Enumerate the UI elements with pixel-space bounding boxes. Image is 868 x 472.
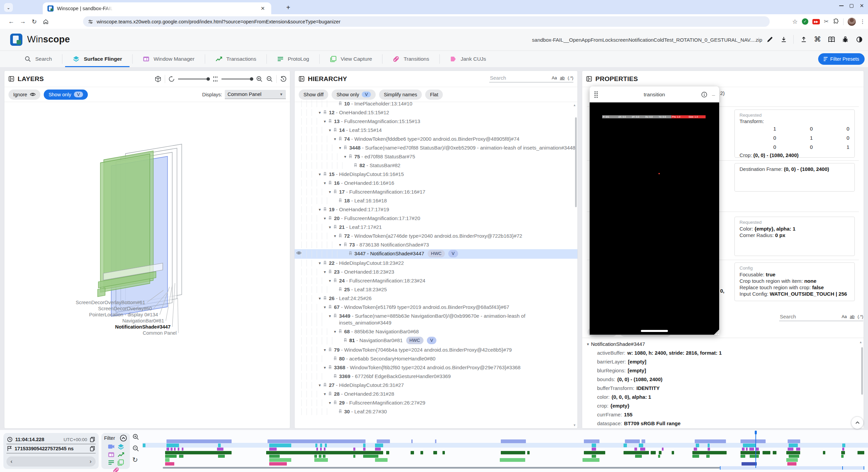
transactions-track-segment[interactable] — [651, 451, 656, 454]
expand-arrow-icon[interactable]: ▾ — [322, 347, 328, 353]
window-manager-track-segment[interactable] — [746, 448, 748, 451]
surface-flinger-track-segment[interactable] — [315, 444, 317, 447]
pin-icon[interactable] — [333, 127, 339, 132]
copy-icon[interactable] — [90, 437, 95, 442]
expand-arrow-icon[interactable]: ▾ — [322, 304, 328, 311]
screen-recording-track-segment[interactable] — [501, 439, 526, 443]
tree-row-13[interactable]: ▾13 - FullscreenMagnification:15:15#13 — [295, 117, 577, 126]
protolog-track-segment[interactable] — [706, 455, 710, 458]
collapse-filter-icon[interactable] — [120, 434, 127, 442]
tree-row-12[interactable]: ▾12 - OneHanded:15:15#12 — [295, 108, 577, 117]
expand-arrow-icon[interactable]: ▾ — [322, 118, 328, 125]
transactions-track-segment[interactable] — [841, 451, 845, 454]
pin-icon[interactable] — [333, 189, 339, 194]
window-manager-track-segment[interactable] — [182, 448, 183, 451]
window-manager-track-segment[interactable] — [316, 448, 318, 451]
expand-arrow-icon[interactable]: ▾ — [327, 127, 333, 134]
surface-flinger-track-segment[interactable] — [696, 444, 699, 447]
surface-flinger-track-segment[interactable] — [708, 444, 710, 447]
window-manager-track-segment[interactable] — [217, 448, 223, 451]
tree-row-19[interactable]: ▾19 - OneHanded:17:17#19 — [295, 205, 577, 214]
pin-icon[interactable] — [338, 100, 344, 106]
scroll-up-icon[interactable]: ▲ — [859, 340, 862, 344]
protolog-track-segment[interactable] — [323, 455, 326, 458]
pin-icon[interactable] — [338, 197, 344, 203]
transition-popup[interactable]: transition _ P: 0/1dX: 0.0dY: 0.0Xv: 0.0… — [590, 86, 719, 335]
tree-row-25[interactable]: 25 - Leaf:18:23#25 — [295, 285, 577, 294]
pin-icon[interactable] — [323, 171, 329, 176]
pin-icon[interactable] — [338, 408, 344, 414]
window-manager-track-segment[interactable] — [269, 448, 277, 451]
properties-root-row[interactable]: ▾NotificationShade#3447 — [582, 338, 864, 349]
view-capture-track-segment[interactable] — [375, 458, 388, 462]
tab-protolog[interactable]: ProtoLog — [267, 51, 319, 67]
new-tab-button[interactable]: + — [283, 3, 293, 12]
protolog-track-segment[interactable] — [592, 455, 596, 458]
window-filter-icon[interactable] — [108, 451, 114, 457]
forward-icon[interactable]: → — [17, 16, 28, 27]
pin-icon[interactable] — [338, 233, 344, 238]
tree-row-14[interactable]: ▾14 - Leaf:15:15#14 — [295, 126, 577, 135]
tree-row-28[interactable]: ▾28 - OneHanded:26:31#28 — [295, 390, 577, 398]
timeline-canvas[interactable] — [0, 430, 868, 472]
pin-icon[interactable] — [333, 313, 339, 318]
surface-flinger-track-segment[interactable] — [325, 444, 327, 447]
window-manager-track-segment[interactable] — [320, 448, 322, 451]
window-manager-track-segment[interactable] — [178, 448, 179, 451]
property-row[interactable]: dataspace:BT709 sRGB Full range — [582, 419, 864, 428]
zoom-out-icon[interactable] — [266, 76, 273, 82]
tree-row-3369[interactable]: 3369 - 67726bf EdgeBackGestureHandler0#3… — [295, 372, 577, 381]
expand-arrow-icon[interactable]: ▾ — [317, 382, 323, 389]
contrast-icon[interactable] — [855, 35, 863, 43]
copy-icon[interactable] — [90, 446, 95, 451]
collapse-panel-icon[interactable] — [8, 76, 14, 82]
tree-row-20[interactable]: ▾20 - FullscreenMagnification:17:17#20 — [295, 214, 577, 223]
tree-row-18[interactable]: 18 - Leaf:16:16#18 — [295, 196, 577, 205]
window-manager-track-segment[interactable] — [375, 448, 381, 451]
window-manager-track-segment[interactable] — [796, 448, 800, 451]
next-frame-button[interactable]: › — [90, 458, 92, 465]
tab-transactions[interactable]: Transactions — [205, 51, 267, 67]
protolog-track-segment[interactable] — [789, 455, 799, 458]
visibility-eye-icon[interactable] — [296, 250, 301, 255]
tree-row-23[interactable]: ▾23 - OneHanded:18:23#23 — [295, 268, 577, 276]
camera-filter-icon[interactable] — [108, 444, 114, 450]
screen-recording-track-segment[interactable] — [377, 439, 390, 443]
window-manager-track-segment[interactable] — [708, 448, 710, 451]
pin-icon[interactable] — [333, 373, 339, 378]
pin-icon[interactable] — [338, 328, 344, 334]
protolog-track-segment[interactable] — [635, 455, 642, 458]
surface-flinger-track-segment[interactable] — [743, 444, 755, 447]
tree-row-22[interactable]: ▾22 - HideDisplayCutout:18:23#22 — [295, 259, 577, 268]
surface-flinger-track-segment[interactable] — [218, 444, 221, 447]
protolog-track-segment[interactable] — [692, 455, 699, 458]
tree-row-74[interactable]: ▾74 - WindowToken{fdddbe6 type=2000 andr… — [295, 135, 577, 143]
expand-arrow-icon[interactable]: ▾ — [342, 153, 348, 160]
surface-flinger-track-segment[interactable] — [624, 444, 627, 447]
window-manager-track-segment[interactable] — [742, 448, 745, 451]
chip-show-diff[interactable]: Show diff — [299, 90, 328, 100]
tree-row-79[interactable]: ▾79 - WindowToken{7046b4a type=2024 andr… — [295, 346, 577, 354]
expand-arrow-icon[interactable]: ▾ — [327, 399, 333, 406]
pin-icon[interactable] — [333, 355, 339, 361]
url-bar[interactable]: winscope.teams.x20web.corp.google.com/pr… — [83, 16, 770, 27]
rings-filter-icon[interactable] — [113, 467, 119, 472]
extension-play-icon[interactable]: ▶▶ — [812, 19, 820, 24]
info-icon[interactable] — [701, 92, 707, 98]
view-capture-track-segment[interactable] — [165, 458, 170, 462]
view-capture-track-segment[interactable] — [269, 458, 291, 462]
view-capture-track-segment[interactable] — [314, 458, 328, 462]
regex-icon[interactable]: (.*) — [568, 76, 573, 80]
transactions-track-segment[interactable] — [411, 451, 414, 454]
transactions-track-segment[interactable] — [659, 451, 662, 454]
filter-presets-button[interactable]: Filter Presets — [818, 53, 865, 65]
pin-icon[interactable] — [323, 109, 329, 115]
window-manager-track-segment[interactable] — [174, 448, 176, 451]
pin-icon[interactable] — [348, 153, 354, 159]
ns-timestamp-field[interactable]: 1715339054227572545 ns — [6, 444, 96, 453]
screen-recording-track-segment[interactable] — [166, 439, 232, 443]
property-row[interactable]: barrierLayer:[empty] — [582, 357, 864, 366]
pin-icon[interactable] — [353, 162, 359, 168]
collapse-panel-icon[interactable] — [299, 76, 304, 82]
expand-arrow-icon[interactable]: ▾ — [332, 328, 338, 335]
